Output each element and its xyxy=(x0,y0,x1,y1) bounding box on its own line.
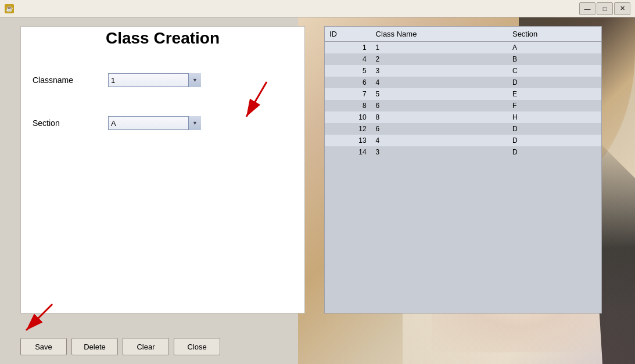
table-row[interactable]: 12 6 D xyxy=(325,123,601,135)
cell-section: C xyxy=(508,65,601,77)
delete-button[interactable]: Delete xyxy=(71,338,118,355)
cell-id: 12 xyxy=(325,123,371,135)
maximize-icon: □ xyxy=(603,5,607,12)
cell-classname: 1 xyxy=(371,42,508,54)
title-bar-controls: — □ ✕ xyxy=(579,2,630,15)
table-row[interactable]: 6 4 D xyxy=(325,77,601,88)
cell-id: 6 xyxy=(325,77,371,88)
cell-section: A xyxy=(508,42,601,54)
close-icon: ✕ xyxy=(620,5,625,12)
section-label: Section xyxy=(33,118,108,128)
cell-classname: 8 xyxy=(371,111,508,123)
table-row[interactable]: 14 3 D xyxy=(325,146,601,158)
cell-classname: 3 xyxy=(371,65,508,77)
cell-classname: 6 xyxy=(371,100,508,111)
cell-id: 14 xyxy=(325,146,371,158)
app-icon: ☕ xyxy=(5,4,14,13)
bottom-buttons: Save Delete Clear Close xyxy=(20,338,220,355)
svg-line-3 xyxy=(26,304,52,330)
table-row[interactable]: 1 1 A xyxy=(325,42,601,54)
title-bar-left: ☕ xyxy=(5,4,14,13)
close-button-main[interactable]: Close xyxy=(174,338,220,355)
classname-dropdown[interactable]: 1 2 3 4 5 6 7 8 xyxy=(108,73,201,87)
cell-classname: 4 xyxy=(371,135,508,146)
cell-section: H xyxy=(508,111,601,123)
main-area: Class Creation Classname xyxy=(0,17,635,364)
cell-section: D xyxy=(508,77,601,88)
table-row[interactable]: 4 2 B xyxy=(325,53,601,65)
table-row[interactable]: 13 4 D xyxy=(325,135,601,146)
form-content: Classname 1 2 3 4 5 6 7 8 ▼ xyxy=(33,73,293,130)
table-row[interactable]: 10 8 H xyxy=(325,111,601,123)
cell-id: 7 xyxy=(325,88,371,100)
save-button[interactable]: Save xyxy=(20,338,67,355)
cell-id: 1 xyxy=(325,42,371,54)
cell-classname: 2 xyxy=(371,53,508,65)
cell-classname: 4 xyxy=(371,77,508,88)
cell-id: 13 xyxy=(325,135,371,146)
cell-classname: 6 xyxy=(371,123,508,135)
cell-section: E xyxy=(508,88,601,100)
bottom-arrow-annotation xyxy=(17,301,64,338)
cell-classname: 5 xyxy=(371,88,508,100)
arrow-annotation xyxy=(229,79,275,127)
classname-label: Classname xyxy=(33,75,108,85)
cell-section: F xyxy=(508,100,601,111)
col-classname: Class Name xyxy=(371,27,508,42)
data-table-container: ID Class Name Section 1 1 A 4 2 B 5 3 C … xyxy=(324,26,602,313)
maximize-button[interactable]: □ xyxy=(597,2,613,15)
title-bar: ☕ — □ ✕ xyxy=(0,0,635,17)
table-row[interactable]: 7 5 E xyxy=(325,88,601,100)
minimize-button[interactable]: — xyxy=(579,2,595,15)
clear-button[interactable]: Clear xyxy=(123,338,169,355)
cell-section: B xyxy=(508,53,601,65)
app-icon-glyph: ☕ xyxy=(6,5,13,12)
cell-id: 5 xyxy=(325,65,371,77)
cell-section: D xyxy=(508,146,601,158)
page-title: Class Creation xyxy=(20,29,305,48)
cell-section: D xyxy=(508,135,601,146)
col-id: ID xyxy=(325,27,371,42)
data-table: ID Class Name Section 1 1 A 4 2 B 5 3 C … xyxy=(325,27,601,158)
col-section: Section xyxy=(508,27,601,42)
minimize-icon: — xyxy=(584,5,591,12)
table-row[interactable]: 8 6 F xyxy=(325,100,601,111)
form-panel: Classname 1 2 3 4 5 6 7 8 ▼ xyxy=(20,26,305,313)
classname-dropdown-wrapper: 1 2 3 4 5 6 7 8 ▼ xyxy=(108,73,201,87)
section-dropdown[interactable]: A B C D E F G H xyxy=(108,116,201,130)
close-button[interactable]: ✕ xyxy=(614,2,630,15)
table-header-row: ID Class Name Section xyxy=(325,27,601,42)
cell-classname: 3 xyxy=(371,146,508,158)
svg-line-1 xyxy=(246,82,267,117)
cell-section: D xyxy=(508,123,601,135)
table-row[interactable]: 5 3 C xyxy=(325,65,601,77)
cell-id: 8 xyxy=(325,100,371,111)
section-dropdown-wrapper: A B C D E F G H ▼ xyxy=(108,116,201,130)
cell-id: 10 xyxy=(325,111,371,123)
cell-id: 4 xyxy=(325,53,371,65)
